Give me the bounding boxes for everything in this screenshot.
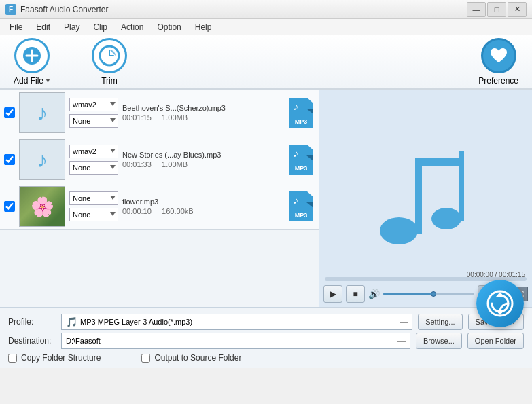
trim-clock-icon [98,44,121,67]
add-file-icon [14,38,50,73]
bottom-bar: Profile: 🎵 MP3 MPEG Layer-3 Audio(*.mp3)… [0,307,532,368]
volume-thumb [431,291,436,297]
open-folder-button[interactable]: Open Folder [467,333,524,349]
table-row: Nonewmav2MP3 None flower.mp3 00:00:10 16… [0,183,319,230]
add-file-dropdown-arrow[interactable]: ▼ [45,77,51,84]
preference-button[interactable]: Preference [478,38,518,86]
subformat-select-2[interactable]: None [69,161,118,175]
close-button[interactable]: ✕ [508,2,527,17]
volume-bar[interactable] [383,293,474,295]
preview-panel: 00:00:00 / 00:01:15 ▶ ■ 🔊 📷 ▼ ⛶ [319,90,532,307]
file-name-3: flower.mp3 [122,198,283,206]
destination-input-container[interactable]: D:\Faasoft — [61,333,410,349]
convert-button[interactable] [476,280,524,327]
profile-label: Profile: [8,317,56,327]
trim-button[interactable]: Trim [92,38,127,86]
menu-bar: FileEditPlayClipActionOptionHelp [0,19,532,35]
file-meta-1: 00:01:15 1.00MB [122,113,283,122]
menu-item-help[interactable]: Help [188,21,219,33]
add-file-label: Add File [14,76,43,86]
file-info-2: New Stories (...ay Blues).mp3 00:01:33 1… [122,151,283,168]
file-info-1: Beethoven's S...(Scherzo).mp3 00:01:15 1… [122,104,283,122]
table-row: ♪ wmav2NoneMP3 None New Stories (...ay B… [0,136,319,183]
profile-input-container: 🎵 MP3 MPEG Layer-3 Audio(*.mp3) — [61,314,412,330]
file-checkbox-1[interactable] [4,107,15,118]
maximize-button[interactable]: □ [487,2,506,17]
badge-label-3: MP3 [295,212,308,219]
trim-icon [92,38,127,73]
convert-icon [486,290,514,317]
destination-clear-icon: — [397,336,406,346]
preference-label: Preference [478,76,518,86]
destination-value: D:\Faasoft [66,337,397,345]
file-thumbnail-1: ♪ [19,92,65,133]
play-button[interactable]: ▶ [323,285,342,303]
subformat-select-1[interactable]: None [69,114,118,128]
menu-item-action[interactable]: Action [114,21,150,33]
copy-folder-structure-row: Copy Folder Structure [8,353,101,363]
output-to-source-label: Output to Source Folder [154,353,241,363]
file-badge-2: MP3 ♪ [287,144,315,175]
menu-item-clip[interactable]: Clip [86,21,114,33]
browse-button[interactable]: Browse... [416,333,462,349]
file-list: ♪ wmav2NoneMP3 None Beethoven's S...(Sch… [0,90,319,307]
file-info-3: flower.mp3 00:00:10 160.00kB [122,198,283,215]
settings-button[interactable]: Setting... [418,314,462,330]
output-to-source-checkbox[interactable] [141,354,150,363]
file-name-2: New Stories (...ay Blues).mp3 [122,151,283,159]
volume-fill [383,293,433,295]
file-badge-3: MP3 ♪ [287,191,315,222]
file-thumbnail-3 [19,186,65,227]
file-name-1: Beethoven's S...(Scherzo).mp3 [122,104,283,112]
music-note-large [358,130,494,253]
badge-music-icon-2: ♪ [293,147,298,160]
copy-folder-structure-checkbox[interactable] [8,354,17,363]
profile-mp3-icon: 🎵 [66,316,77,327]
badge-label-1: MP3 [295,118,308,125]
menu-item-file[interactable]: File [3,21,29,33]
profile-clear-icon[interactable]: — [400,317,408,327]
badge-music-icon-1: ♪ [293,100,298,113]
profile-value: MP3 MPEG Layer-3 Audio(*.mp3) [80,318,397,326]
music-note-icon-2: ♪ [37,147,48,172]
stop-button[interactable]: ■ [346,285,365,303]
window-controls: — □ ✕ [467,2,527,17]
file-controls-2: wmav2NoneMP3 None [69,145,118,175]
plus-icon [22,45,42,66]
format-select-2[interactable]: wmav2NoneMP3 [69,145,118,158]
file-meta-3: 00:00:10 160.00kB [122,207,283,215]
speaker-icon: 🔊 [368,289,380,299]
menu-item-play[interactable]: Play [57,21,86,33]
music-note-icon-1: ♪ [37,100,48,126]
destination-row: Destination: D:\Faasoft — Browse... Open… [8,333,524,349]
format-select-1[interactable]: wmav2NoneMP3 [69,98,118,111]
main-content: ♪ wmav2NoneMP3 None Beethoven's S...(Sch… [0,90,532,307]
svg-rect-7 [415,158,422,234]
app-icon: F [5,4,16,15]
menu-item-option[interactable]: Option [150,21,188,33]
file-thumbnail-2: ♪ [19,139,65,180]
title-bar: F Faasoft Audio Converter — □ ✕ [0,0,532,19]
file-controls-1: wmav2NoneMP3 None [69,98,118,128]
preference-icon [481,38,516,73]
svg-point-6 [380,217,418,244]
minimize-button[interactable]: — [467,2,486,17]
file-checkbox-2[interactable] [4,154,15,165]
svg-marker-13 [496,310,504,315]
file-meta-2: 00:01:33 1.00MB [122,160,283,168]
badge-music-icon-3: ♪ [293,194,298,206]
large-music-note-svg [358,130,494,253]
svg-marker-12 [496,292,504,297]
add-file-button[interactable]: Add File ▼ [14,38,51,86]
destination-label: Destination: [8,336,56,346]
subformat-select-3[interactable]: None [69,208,118,221]
svg-point-8 [431,208,461,229]
checkboxes-row: Copy Folder Structure Output to Source F… [8,353,524,363]
output-to-source-row: Output to Source Folder [141,353,241,363]
format-select-3[interactable]: Nonewmav2MP3 [69,191,118,205]
trim-label: Trim [101,76,118,86]
copy-folder-structure-label: Copy Folder Structure [21,353,101,363]
menu-item-edit[interactable]: Edit [29,21,57,33]
app-title: Faasoft Audio Converter [20,5,467,14]
file-checkbox-3[interactable] [4,201,15,212]
